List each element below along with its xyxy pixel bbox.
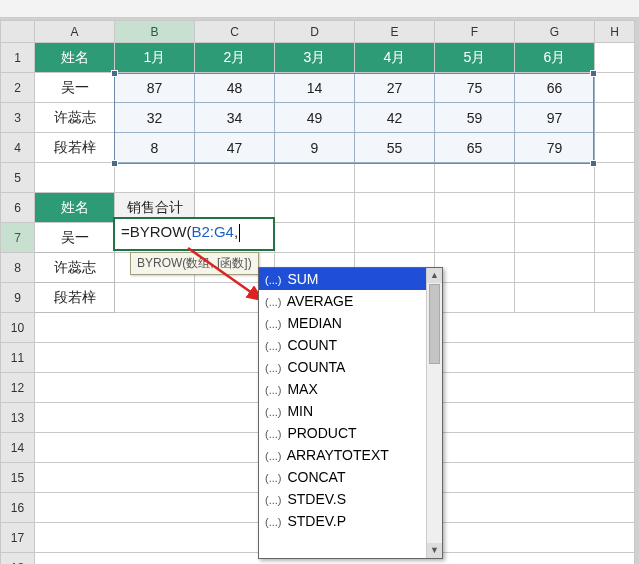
- header-name[interactable]: 姓名: [35, 43, 115, 73]
- scroll-down-button[interactable]: ▼: [427, 543, 442, 558]
- scroll-up-button[interactable]: ▲: [427, 268, 442, 283]
- col-header-D[interactable]: D: [275, 21, 355, 43]
- dropdown-item-min[interactable]: (...) MIN: [259, 400, 442, 422]
- row-header-13[interactable]: 13: [1, 403, 35, 433]
- row-header-1[interactable]: 1: [1, 43, 35, 73]
- dropdown-item-arraytotext[interactable]: (...) ARRAYTOTEXT: [259, 444, 442, 466]
- name-cell[interactable]: 段若梓: [35, 133, 115, 163]
- col-header-A[interactable]: A: [35, 21, 115, 43]
- cell[interactable]: [275, 223, 355, 253]
- cell[interactable]: [515, 163, 595, 193]
- cell[interactable]: [355, 193, 435, 223]
- cell[interactable]: [435, 193, 515, 223]
- row-header-16[interactable]: 16: [1, 493, 35, 523]
- data-cell[interactable]: 55: [355, 133, 435, 163]
- cell[interactable]: [275, 193, 355, 223]
- row-header-18[interactable]: 18: [1, 553, 35, 565]
- dropdown-item-product[interactable]: (...) PRODUCT: [259, 422, 442, 444]
- row-header-2[interactable]: 2: [1, 73, 35, 103]
- name-cell[interactable]: 吴一: [35, 73, 115, 103]
- cell-editor-B7[interactable]: =BYROW(B2:G4,: [113, 217, 275, 251]
- cell[interactable]: [435, 253, 515, 283]
- dropdown-item-average[interactable]: (...) AVERAGE: [259, 290, 442, 312]
- col-header-B[interactable]: B: [115, 21, 195, 43]
- cell[interactable]: [595, 163, 635, 193]
- cell[interactable]: [115, 163, 195, 193]
- cell[interactable]: [515, 223, 595, 253]
- data-cell[interactable]: 32: [115, 103, 195, 133]
- row-header-6[interactable]: 6: [1, 193, 35, 223]
- cell[interactable]: [595, 133, 635, 163]
- data-cell[interactable]: 42: [355, 103, 435, 133]
- cell[interactable]: [355, 223, 435, 253]
- header-m5[interactable]: 5月: [435, 43, 515, 73]
- summary-name[interactable]: 许蕊志: [35, 253, 115, 283]
- row-header-9[interactable]: 9: [1, 283, 35, 313]
- dropdown-item-median[interactable]: (...) MEDIAN: [259, 312, 442, 334]
- row-header-5[interactable]: 5: [1, 163, 35, 193]
- row-header-12[interactable]: 12: [1, 373, 35, 403]
- cell[interactable]: [595, 43, 635, 73]
- cell[interactable]: [355, 163, 435, 193]
- cell[interactable]: [435, 223, 515, 253]
- cell[interactable]: [595, 73, 635, 103]
- dropdown-item-count[interactable]: (...) COUNT: [259, 334, 442, 356]
- cell[interactable]: [595, 223, 635, 253]
- row-header-17[interactable]: 17: [1, 523, 35, 553]
- select-all-corner[interactable]: [1, 21, 35, 43]
- header-m1[interactable]: 1月: [115, 43, 195, 73]
- summary-name[interactable]: 段若梓: [35, 283, 115, 313]
- cell[interactable]: [595, 253, 635, 283]
- header-m2[interactable]: 2月: [195, 43, 275, 73]
- cell[interactable]: [435, 283, 515, 313]
- col-header-G[interactable]: G: [515, 21, 595, 43]
- dropdown-scrollbar[interactable]: ▲ ▼: [426, 268, 442, 558]
- cell[interactable]: [35, 163, 115, 193]
- summary-name[interactable]: 吴一: [35, 223, 115, 253]
- dropdown-item-max[interactable]: (...) MAX: [259, 378, 442, 400]
- row-header-11[interactable]: 11: [1, 343, 35, 373]
- dropdown-item-counta[interactable]: (...) COUNTA: [259, 356, 442, 378]
- data-cell[interactable]: 8: [115, 133, 195, 163]
- data-cell[interactable]: 14: [275, 73, 355, 103]
- data-cell[interactable]: 97: [515, 103, 595, 133]
- cell[interactable]: [595, 193, 635, 223]
- summary-name-header[interactable]: 姓名: [35, 193, 115, 223]
- row-header-7[interactable]: 7: [1, 223, 35, 253]
- cell[interactable]: [515, 283, 595, 313]
- data-cell[interactable]: 79: [515, 133, 595, 163]
- data-cell[interactable]: 34: [195, 103, 275, 133]
- col-header-E[interactable]: E: [355, 21, 435, 43]
- col-header-C[interactable]: C: [195, 21, 275, 43]
- cell[interactable]: [595, 283, 635, 313]
- row-header-10[interactable]: 10: [1, 313, 35, 343]
- data-cell[interactable]: 65: [435, 133, 515, 163]
- row-header-8[interactable]: 8: [1, 253, 35, 283]
- dropdown-item-concat[interactable]: (...) CONCAT: [259, 466, 442, 488]
- dropdown-item-sum[interactable]: (...) SUM: [259, 268, 442, 290]
- name-cell[interactable]: 许蕊志: [35, 103, 115, 133]
- header-m6[interactable]: 6月: [515, 43, 595, 73]
- cell[interactable]: [595, 103, 635, 133]
- row-header-15[interactable]: 15: [1, 463, 35, 493]
- data-cell[interactable]: 49: [275, 103, 355, 133]
- row-header-4[interactable]: 4: [1, 133, 35, 163]
- cell[interactable]: [515, 253, 595, 283]
- scroll-thumb[interactable]: [429, 284, 440, 364]
- data-cell[interactable]: 59: [435, 103, 515, 133]
- col-header-F[interactable]: F: [435, 21, 515, 43]
- header-m3[interactable]: 3月: [275, 43, 355, 73]
- cell[interactable]: [435, 163, 515, 193]
- col-header-H[interactable]: H: [595, 21, 635, 43]
- data-cell[interactable]: 9: [275, 133, 355, 163]
- header-m4[interactable]: 4月: [355, 43, 435, 73]
- row-header-3[interactable]: 3: [1, 103, 35, 133]
- data-cell[interactable]: 48: [195, 73, 275, 103]
- cell[interactable]: [115, 283, 195, 313]
- cell[interactable]: [195, 163, 275, 193]
- data-cell[interactable]: 47: [195, 133, 275, 163]
- row-header-14[interactable]: 14: [1, 433, 35, 463]
- dropdown-item-stdevs[interactable]: (...) STDEV.S: [259, 488, 442, 510]
- data-cell[interactable]: 27: [355, 73, 435, 103]
- data-cell[interactable]: 87: [115, 73, 195, 103]
